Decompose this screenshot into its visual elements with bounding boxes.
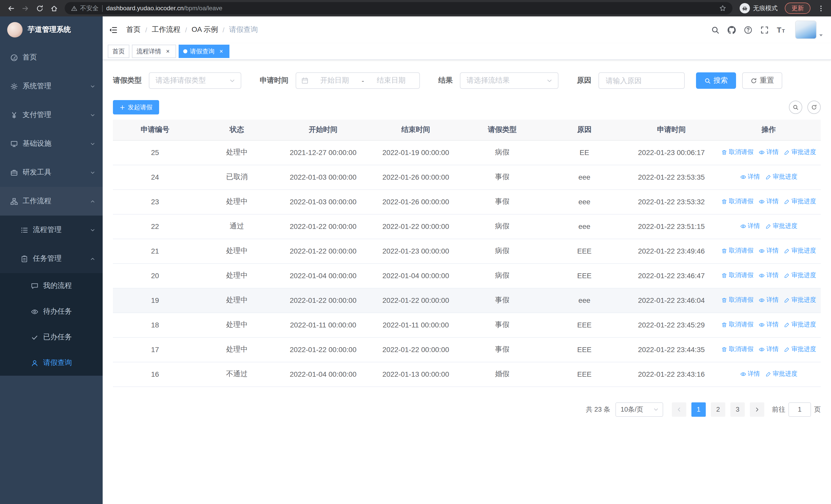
security-status[interactable]: 不安全 <box>71 4 98 12</box>
detail-link[interactable]: 详情 <box>758 148 779 157</box>
detail-link[interactable]: 详情 <box>758 296 779 305</box>
sidebar-item-task-manage[interactable]: 任务管理 <box>0 244 103 273</box>
plus-icon <box>120 105 125 110</box>
goto-page-input[interactable] <box>789 402 811 416</box>
browser-update-button[interactable]: 更新 <box>785 3 810 14</box>
approval-progress-link[interactable]: 审批进度 <box>784 345 816 354</box>
breadcrumb-item[interactable]: OA 示例 <box>192 25 218 34</box>
cell-status: 处理中 <box>197 189 277 214</box>
approval-progress-link[interactable]: 审批进度 <box>784 148 816 157</box>
cancel-leave-link[interactable]: 取消请假 <box>721 345 753 354</box>
table-row[interactable]: 16 不通过 2022-01-04 00:00:00 2022-01-13 00… <box>113 362 821 386</box>
browser-home-button[interactable] <box>47 2 61 15</box>
result-select[interactable]: 请选择流结果 <box>460 72 558 89</box>
sidebar-item-leave-query[interactable]: 请假查询 <box>0 350 103 376</box>
approval-progress-link[interactable]: 审批进度 <box>784 247 816 255</box>
edit-icon <box>784 149 790 155</box>
table-row[interactable]: 23 处理中 2022-01-03 00:00:00 2022-01-26 00… <box>113 189 821 214</box>
table-row[interactable]: 25 处理中 2021-12-27 00:00:00 2022-01-19 00… <box>113 140 821 165</box>
browser-forward-button[interactable] <box>19 2 32 15</box>
table-row[interactable]: 24 已取消 2022-01-03 00:00:00 2022-01-26 00… <box>113 165 821 189</box>
browser-menu-button[interactable] <box>814 2 827 15</box>
tab-home[interactable]: 首页 <box>108 45 130 58</box>
table-row[interactable]: 18 处理中 2022-01-11 00:00:00 2022-01-11 00… <box>113 313 821 337</box>
tab-close-icon[interactable] <box>164 48 171 55</box>
reason-input[interactable] <box>600 73 684 88</box>
next-page-button[interactable] <box>750 402 764 416</box>
refresh-table-button[interactable] <box>807 100 821 114</box>
page-size-select[interactable]: 10条/页 <box>615 402 663 416</box>
cancel-leave-link[interactable]: 取消请假 <box>721 296 753 305</box>
menu-item-label: 系统管理 <box>23 82 85 91</box>
table-row[interactable]: 19 处理中 2022-01-22 00:00:00 2022-01-22 00… <box>113 288 821 313</box>
table-row[interactable]: 22 通过 2022-01-22 00:00:00 2022-01-22 00:… <box>113 214 821 239</box>
fullscreen-icon[interactable] <box>760 25 769 34</box>
cell-id: 21 <box>113 239 197 263</box>
sidebar-item-process-manage[interactable]: 流程管理 <box>0 215 103 244</box>
leave-type-select[interactable]: 请选择请假类型 <box>149 72 241 89</box>
page-button-3[interactable]: 3 <box>730 402 745 416</box>
approval-progress-link[interactable]: 审批进度 <box>765 173 797 181</box>
page-button-2[interactable]: 2 <box>711 402 725 416</box>
toggle-search-button[interactable] <box>789 100 802 114</box>
sidebar-item-dev-tools[interactable]: 研发工具 <box>0 158 103 187</box>
approval-progress-link[interactable]: 审批进度 <box>784 321 816 329</box>
detail-link[interactable]: 详情 <box>758 197 779 206</box>
github-icon[interactable] <box>727 25 736 34</box>
font-size-icon[interactable]: TT <box>777 25 785 34</box>
table-row[interactable]: 21 处理中 2022-01-22 00:00:00 2022-01-23 00… <box>113 239 821 263</box>
apply-time-range-picker[interactable]: 开始日期 - 结束日期 <box>296 72 420 89</box>
create-leave-button[interactable]: 发起请假 <box>113 100 159 114</box>
sidebar-item-done-task[interactable]: 已办任务 <box>0 324 103 350</box>
browser-reload-button[interactable] <box>33 2 46 15</box>
cancel-leave-link[interactable]: 取消请假 <box>721 247 753 255</box>
table-row[interactable]: 17 处理中 2022-01-22 00:00:00 2022-01-22 00… <box>113 337 821 362</box>
approval-progress-link[interactable]: 审批进度 <box>765 222 797 231</box>
approval-progress-link[interactable]: 审批进度 <box>784 296 816 305</box>
detail-link[interactable]: 详情 <box>740 222 760 231</box>
cancel-leave-link[interactable]: 取消请假 <box>721 271 753 280</box>
detail-link[interactable]: 详情 <box>758 247 779 255</box>
cancel-leave-link[interactable]: 取消请假 <box>721 148 753 157</box>
help-icon[interactable] <box>744 25 752 34</box>
page-button-1[interactable]: 1 <box>691 402 706 416</box>
tab-leave-query[interactable]: 请假查询 <box>179 45 229 58</box>
user-menu[interactable] <box>795 21 824 39</box>
detail-link[interactable]: 详情 <box>758 271 779 280</box>
search-button[interactable]: 搜索 <box>696 72 736 89</box>
sidebar-item-my-process[interactable]: 我的流程 <box>0 273 103 299</box>
table-row[interactable]: 20 处理中 2022-01-04 00:00:00 2022-01-04 00… <box>113 263 821 288</box>
table-body: 25 处理中 2021-12-27 00:00:00 2022-01-19 00… <box>113 140 821 386</box>
detail-link[interactable]: 详情 <box>740 173 760 181</box>
reset-button[interactable]: 重置 <box>742 72 782 89</box>
sidebar-item-system[interactable]: 系统管理 <box>0 72 103 100</box>
search-icon[interactable] <box>711 25 720 34</box>
sidebar-item-infrastructure[interactable]: 基础设施 <box>0 129 103 158</box>
cancel-leave-link[interactable]: 取消请假 <box>721 321 753 329</box>
cell-apply-time: 2022-01-22 23:53:35 <box>626 165 717 189</box>
breadcrumb-item[interactable]: 工作流程 <box>152 25 180 34</box>
approval-progress-link[interactable]: 审批进度 <box>765 370 797 379</box>
detail-link[interactable]: 详情 <box>758 345 779 354</box>
start-date-placeholder: 开始日期 <box>312 76 357 85</box>
app-logo[interactable]: 芋道管理系统 <box>0 17 103 43</box>
address-bar[interactable]: 不安全 dashboard.yudao.iocoder.cn/bpm/oa/le… <box>65 2 733 14</box>
prev-page-button[interactable] <box>672 402 686 416</box>
approval-progress-link[interactable]: 审批进度 <box>784 197 816 206</box>
sidebar-item-home[interactable]: 首页 <box>0 43 103 72</box>
browser-back-button[interactable] <box>4 2 18 15</box>
cell-apply-time: 2022-01-22 23:53:32 <box>626 189 717 214</box>
tab-close-icon[interactable] <box>218 48 225 55</box>
detail-link[interactable]: 详情 <box>740 370 760 379</box>
bookmark-star-icon[interactable] <box>719 5 726 12</box>
detail-link[interactable]: 详情 <box>758 321 779 329</box>
sidebar-item-todo-task[interactable]: 待办任务 <box>0 299 103 324</box>
approval-progress-link[interactable]: 审批进度 <box>784 271 816 280</box>
cancel-leave-link[interactable]: 取消请假 <box>721 197 753 206</box>
tab-process-detail[interactable]: 流程详情 <box>132 45 176 58</box>
sidebar-toggle-button[interactable] <box>103 17 123 43</box>
refresh-icon <box>811 104 817 110</box>
sidebar-item-workflow[interactable]: 工作流程 <box>0 187 103 215</box>
sidebar-item-payment[interactable]: 支付管理 <box>0 100 103 129</box>
breadcrumb-item[interactable]: 首页 <box>126 25 141 34</box>
